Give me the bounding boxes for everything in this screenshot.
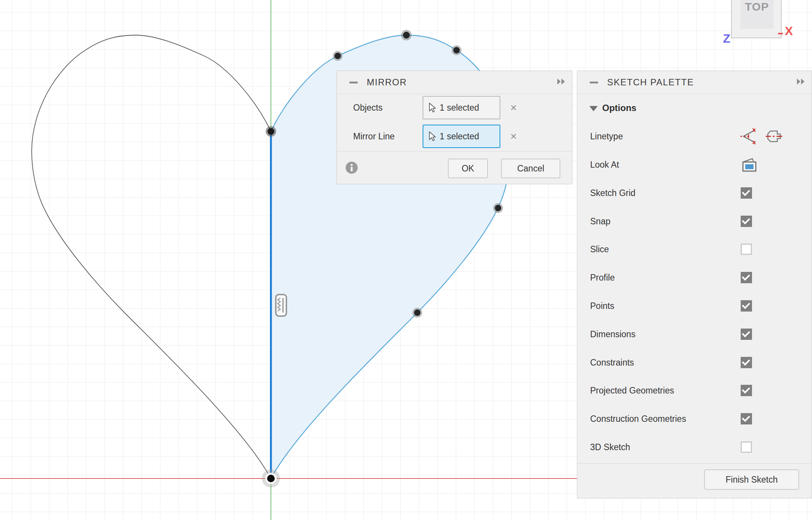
- info-icon[interactable]: [345, 161, 358, 176]
- check-icon: [742, 272, 750, 281]
- palette-row-linetype: Linetype: [577, 122, 812, 151]
- palette-row-construction-geometries: Construction Geometries: [577, 405, 812, 433]
- projected-geometries-checkbox[interactable]: [741, 385, 752, 396]
- cursor-icon: [428, 131, 436, 142]
- linetype-label: Linetype: [590, 131, 623, 142]
- mirror-line-selected-count: 1 selected: [440, 131, 479, 142]
- viewcube-x-axis-label: X: [785, 24, 793, 38]
- cancel-button[interactable]: Cancel: [501, 159, 560, 178]
- viewcube-face-label: TOP: [745, 0, 769, 13]
- origin-point[interactable]: [262, 469, 280, 488]
- look-at-icon[interactable]: [741, 157, 758, 173]
- spline-point[interactable]: [401, 30, 412, 40]
- collapse-icon[interactable]: [349, 82, 358, 83]
- mirror-line-row: Mirror Line 1 selected ×: [337, 125, 572, 148]
- palette-row-points: Points: [577, 292, 812, 320]
- options-section-label: Options: [602, 103, 637, 113]
- spline-point-top-cusp[interactable]: [266, 126, 276, 137]
- dimensions-label: Dimensions: [590, 329, 635, 339]
- points-checkbox[interactable]: [741, 300, 752, 312]
- palette-row-sketch-grid: Sketch Grid: [577, 179, 812, 207]
- objects-row: Objects 1 selected ×: [337, 96, 572, 119]
- spline-point[interactable]: [493, 203, 503, 213]
- profile-checkbox[interactable]: [741, 272, 752, 283]
- slice-checkbox[interactable]: [741, 244, 752, 255]
- snap-checkbox[interactable]: [741, 216, 752, 227]
- objects-clear-icon[interactable]: ×: [506, 100, 521, 115]
- palette-row-3d-sketch: 3D Sketch: [577, 433, 812, 461]
- constraints-checkbox[interactable]: [741, 357, 752, 368]
- mirror-dialog-header[interactable]: MIRROR: [337, 71, 572, 94]
- construction-geometries-label: Construction Geometries: [590, 414, 686, 424]
- collapse-icon[interactable]: [590, 82, 598, 83]
- sketch-palette-title: SKETCH PALETTE: [607, 77, 694, 88]
- 3d-sketch-label: 3D Sketch: [590, 442, 630, 452]
- sketch-palette-header[interactable]: SKETCH PALETTE: [577, 71, 812, 94]
- finish-sketch-button[interactable]: Finish Sketch: [704, 469, 799, 490]
- triangle-down-icon: [589, 106, 598, 111]
- mirror-dialog: MIRROR Objects 1 selected × Mirror Line …: [337, 71, 572, 184]
- check-icon: [742, 301, 750, 309]
- palette-row-look-at: Look At: [577, 151, 812, 179]
- palette-row-profile: Profile: [577, 264, 812, 292]
- check-icon: [742, 386, 750, 394]
- sketch-grid-label: Sketch Grid: [590, 188, 635, 198]
- ok-button[interactable]: OK: [448, 159, 488, 178]
- mirror-line-clear-icon[interactable]: ×: [506, 129, 521, 144]
- check-icon: [742, 329, 750, 337]
- points-label: Points: [590, 301, 614, 311]
- sketch-palette-panel: SKETCH PALETTE Options Linetype: [577, 71, 812, 498]
- viewcube-x-axis-tick: [778, 33, 783, 34]
- check-icon: [742, 414, 750, 422]
- vertical-constraint-badge[interactable]: [276, 295, 286, 316]
- projected-geometries-label: Projected Geometries: [590, 386, 674, 396]
- constraints-label: Constraints: [590, 357, 634, 367]
- heart-left-curve[interactable]: [32, 35, 271, 478]
- mirror-line-label: Mirror Line: [353, 131, 395, 142]
- dimensions-checkbox[interactable]: [741, 329, 752, 340]
- viewcube-z-axis-label: Z: [723, 32, 730, 46]
- 3d-sketch-checkbox[interactable]: [741, 441, 752, 453]
- expand-double-chevron-icon[interactable]: [796, 78, 806, 87]
- palette-row-slice: Slice: [577, 235, 812, 264]
- slice-label: Slice: [590, 244, 609, 255]
- spline-point[interactable]: [452, 45, 461, 55]
- sketch-grid-checkbox[interactable]: [741, 187, 752, 199]
- objects-selected-count: 1 selected: [440, 103, 479, 113]
- cursor-icon: [428, 102, 436, 113]
- check-icon: [742, 216, 750, 224]
- palette-row-constraints: Constraints: [577, 348, 812, 376]
- snap-label: Snap: [590, 216, 611, 226]
- sketch-palette-footer: Finish Sketch: [577, 463, 812, 498]
- check-icon: [742, 188, 750, 196]
- palette-row-projected-geometries: Projected Geometries: [577, 376, 812, 405]
- mirror-dialog-title: MIRROR: [367, 77, 407, 88]
- palette-row-dimensions: Dimensions: [577, 320, 812, 348]
- spline-point[interactable]: [333, 51, 343, 61]
- mirror-line-selection-field[interactable]: 1 selected: [423, 125, 500, 148]
- viewcube[interactable]: TOP: [731, 0, 781, 38]
- centerline-linetype-icon[interactable]: [765, 128, 783, 145]
- profile-label: Profile: [590, 273, 615, 283]
- expand-double-chevron-icon[interactable]: [557, 78, 566, 87]
- options-section-header[interactable]: Options: [577, 94, 812, 122]
- viewcube-top-face[interactable]: TOP: [740, 0, 774, 29]
- palette-row-snap: Snap: [577, 207, 812, 235]
- construction-geometries-checkbox[interactable]: [741, 413, 752, 424]
- spline-point[interactable]: [412, 308, 422, 318]
- construction-linetype-icon[interactable]: [740, 128, 757, 145]
- check-icon: [742, 357, 750, 366]
- look-at-label: Look At: [590, 159, 619, 170]
- objects-label: Objects: [353, 103, 383, 113]
- mirror-dialog-footer: OK Cancel: [337, 151, 572, 184]
- objects-selection-field[interactable]: 1 selected: [423, 96, 500, 119]
